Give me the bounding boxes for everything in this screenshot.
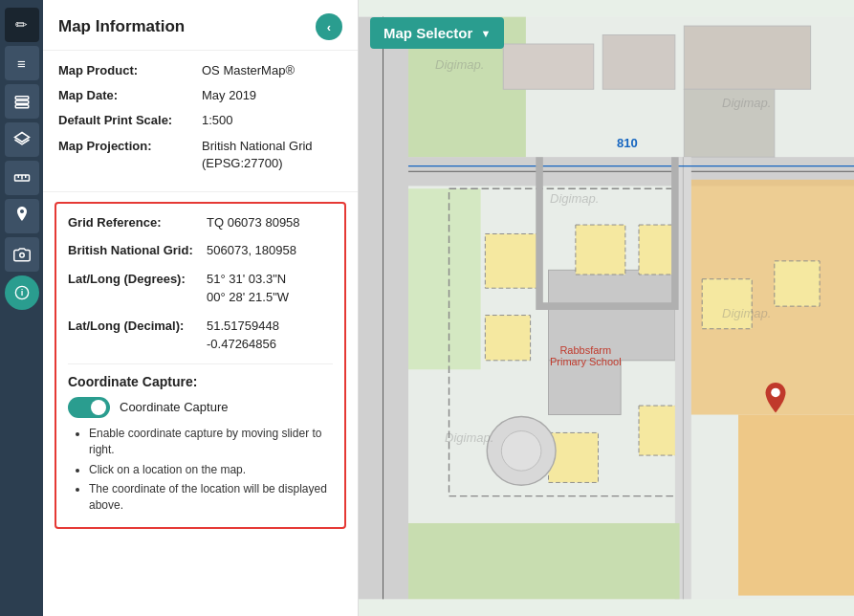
map-date-value: May 2019 bbox=[202, 87, 256, 104]
svg-text:i: i bbox=[20, 288, 23, 297]
svg-rect-33 bbox=[503, 44, 594, 89]
map-date-row: Map Date: May 2019 bbox=[58, 87, 342, 104]
grid-reference-row: Grid Reference: TQ 06073 80958 bbox=[68, 213, 333, 232]
map-info-section: Map Product: OS MasterMap® Map Date: May… bbox=[43, 51, 358, 192]
map-product-label: Map Product: bbox=[58, 62, 202, 79]
svg-point-8 bbox=[19, 253, 24, 258]
info-panel-title: Map Information bbox=[58, 17, 185, 36]
map-selector-button[interactable]: Map Selector ▼ bbox=[370, 17, 504, 49]
print-scale-label: Default Print Scale: bbox=[58, 112, 202, 129]
location-pin bbox=[761, 383, 790, 429]
map-product-row: Map Product: OS MasterMap® bbox=[58, 62, 342, 79]
svg-rect-20 bbox=[549, 270, 675, 361]
svg-rect-35 bbox=[684, 26, 810, 89]
pencil-icon[interactable]: ✏ bbox=[5, 8, 39, 42]
map-projection-label: Map Projection: bbox=[58, 138, 202, 172]
svg-rect-30 bbox=[775, 261, 820, 306]
capture-instructions: Enable coordinate capture by moving slid… bbox=[68, 426, 333, 514]
map-date-label: Map Date: bbox=[58, 87, 202, 104]
coordinate-capture-title: Coordinate Capture: bbox=[68, 374, 333, 389]
chevron-down-icon: ▼ bbox=[480, 28, 491, 39]
grid-label: 810 bbox=[617, 136, 638, 150]
svg-rect-23 bbox=[485, 233, 539, 288]
print-scale-row: Default Print Scale: 1:500 bbox=[58, 112, 342, 129]
svg-rect-27 bbox=[549, 432, 599, 482]
instruction-3: The coordinate of the location will be d… bbox=[89, 481, 333, 514]
svg-point-32 bbox=[501, 431, 541, 472]
map-product-value: OS MasterMap® bbox=[202, 62, 295, 79]
grid-reference-label: Grid Reference: bbox=[68, 213, 207, 232]
svg-rect-17 bbox=[408, 188, 481, 369]
lat-long-deg-value: 51° 31' 03.3"N 00° 28' 21.5"W bbox=[207, 270, 289, 307]
lat-long-dec-label: Lat/Long (Decimal): bbox=[68, 317, 207, 336]
svg-rect-26 bbox=[485, 316, 530, 361]
info-panel-header: Map Information ‹ bbox=[43, 0, 358, 51]
coordinate-capture-section: Coordinate Capture: Coordinate Capture E… bbox=[68, 363, 333, 514]
map-selector-label: Map Selector bbox=[383, 25, 472, 41]
ruler-icon[interactable] bbox=[5, 161, 39, 195]
info-icon[interactable]: i bbox=[5, 275, 39, 310]
toggle-row: Coordinate Capture bbox=[68, 397, 333, 418]
collapse-button[interactable]: ‹ bbox=[316, 13, 342, 40]
lat-long-deg-row: Lat/Long (Degrees): 51° 31' 03.3"N 00° 2… bbox=[68, 270, 333, 307]
svg-rect-0 bbox=[15, 97, 29, 99]
bng-label: British National Grid: bbox=[68, 241, 207, 260]
svg-rect-21 bbox=[549, 361, 622, 415]
info-panel: Map Information ‹ Map Product: OS Master… bbox=[43, 0, 359, 616]
bng-value: 506073, 180958 bbox=[207, 241, 296, 260]
svg-rect-19 bbox=[738, 415, 854, 596]
instruction-1: Enable coordinate capture by moving slid… bbox=[89, 426, 333, 458]
svg-rect-2 bbox=[15, 105, 29, 108]
lat-long-deg-label: Lat/Long (Degrees): bbox=[68, 270, 207, 289]
toggle-thumb bbox=[91, 400, 106, 415]
map-projection-row: Map Projection: British National Grid (E… bbox=[58, 138, 342, 172]
left-toolbar: ✏ ≡ i bbox=[0, 0, 43, 616]
layers-icon[interactable] bbox=[5, 84, 39, 119]
coordinate-capture-toggle[interactable] bbox=[68, 397, 110, 418]
print-scale-value: 1:500 bbox=[202, 112, 233, 129]
toggle-label: Coordinate Capture bbox=[120, 400, 228, 414]
lat-long-dec-value: 51.51759448 -0.47264856 bbox=[207, 317, 279, 354]
coordinate-box: Grid Reference: TQ 06073 80958 British N… bbox=[55, 202, 346, 529]
svg-rect-40 bbox=[408, 523, 680, 599]
lat-long-dec-row: Lat/Long (Decimal): 51.51759448 -0.47264… bbox=[68, 317, 333, 354]
svg-rect-24 bbox=[576, 225, 625, 275]
svg-rect-29 bbox=[702, 279, 752, 329]
instruction-2: Click on a location on the map. bbox=[89, 462, 333, 478]
bng-row: British National Grid: 506073, 180958 bbox=[68, 241, 333, 260]
map-projection-value: British National Grid (EPSG:27700) bbox=[202, 138, 342, 172]
camera-icon[interactable] bbox=[5, 237, 39, 272]
map-area[interactable]: Map Selector ▼ 810 RabbsfarmPrimary Scho… bbox=[359, 0, 854, 616]
grid-reference-value: TQ 06073 80958 bbox=[207, 213, 300, 232]
svg-rect-36 bbox=[684, 89, 775, 157]
stack-icon[interactable] bbox=[5, 122, 39, 157]
svg-point-41 bbox=[771, 388, 780, 398]
svg-rect-1 bbox=[15, 100, 29, 103]
lines-icon[interactable]: ≡ bbox=[5, 46, 39, 80]
pin-icon[interactable] bbox=[5, 199, 39, 233]
svg-rect-34 bbox=[602, 35, 675, 90]
